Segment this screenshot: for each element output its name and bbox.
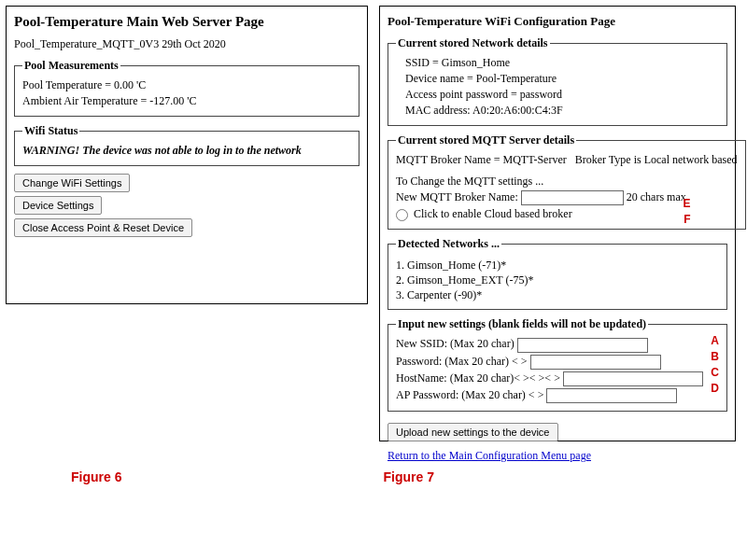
figure-labels-row: Figure 6 Figure 7 bbox=[6, 469, 741, 484]
new-hostname-input[interactable] bbox=[563, 371, 703, 386]
stored-mqtt-group: Current stored MQTT Server details MQTT … bbox=[388, 133, 746, 230]
cloud-broker-label: Click to enable Cloud based broker bbox=[414, 207, 572, 220]
mqtt-broker-line: MQTT Broker Name = MQTT-Server Broker Ty… bbox=[396, 153, 738, 167]
stored-ssid: SSID = Gimson_Home bbox=[405, 56, 719, 70]
stored-device-name: Device name = Pool-Temperature bbox=[405, 72, 719, 86]
new-ap-password-input[interactable] bbox=[546, 388, 677, 403]
input-new-settings-group: Input new settings (blank fields will no… bbox=[388, 317, 727, 412]
annotation-marker-d: D bbox=[711, 382, 719, 395]
new-ap-password-label: AP Password: (Max 20 char) < > bbox=[396, 388, 543, 401]
wifi-config-panel: Pool-Temperature WiFi Configuration Page… bbox=[379, 6, 736, 441]
new-password-label: Password: (Max 20 char) < > bbox=[396, 355, 528, 368]
input-new-settings-legend: Input new settings (blank fields will no… bbox=[396, 317, 648, 331]
stored-mqtt-legend: Current stored MQTT Server details bbox=[396, 133, 576, 147]
annotation-marker-e: E bbox=[684, 197, 691, 210]
page-title-left: Pool-Temperature Main Web Server Page bbox=[14, 14, 359, 30]
annotation-marker-a: A bbox=[711, 334, 719, 347]
mqtt-max-chars-label: 20 chars max bbox=[627, 190, 686, 203]
annotation-marker-c: C bbox=[711, 366, 719, 379]
stored-mac: MAC address: A0:20:A6:00:C4:3F bbox=[405, 104, 719, 118]
firmware-version-line: Pool_Temperature_MQTT_0V3 29th Oct 2020 bbox=[14, 37, 359, 51]
new-mqtt-broker-input[interactable] bbox=[521, 190, 624, 205]
figure-7-label: Figure 7 bbox=[383, 469, 433, 484]
main-server-panel: Pool-Temperature Main Web Server Page Po… bbox=[6, 6, 368, 304]
pool-measurements-legend: Pool Measurements bbox=[22, 59, 120, 73]
new-hostname-label: HostName: (Max 20 char)< >< >< > bbox=[396, 371, 560, 385]
change-wifi-settings-button[interactable]: Change WiFi Settings bbox=[14, 174, 130, 192]
stored-ap-password: Access point password = password bbox=[405, 88, 719, 102]
close-access-point-button[interactable]: Close Access Point & Reset Device bbox=[14, 218, 192, 237]
upload-settings-button[interactable]: Upload new settings to the device bbox=[388, 423, 558, 441]
new-ssid-label: New SSID: (Max 20 char) bbox=[396, 337, 514, 350]
detected-network-item: Gimson_Home (-71)* bbox=[407, 259, 719, 273]
new-password-input[interactable] bbox=[530, 355, 661, 370]
page-title-right: Pool-Temperature WiFi Configuration Page bbox=[388, 14, 727, 29]
figure-6-label: Figure 6 bbox=[71, 469, 121, 484]
wifi-warning-text: WARNING! The device was not able to log … bbox=[22, 144, 351, 158]
annotation-marker-f: F bbox=[684, 213, 690, 226]
stored-network-group: Current stored Network details SSID = Gi… bbox=[388, 36, 727, 126]
detected-network-item: Gimson_Home_EXT (-75)* bbox=[407, 273, 719, 287]
ambient-temperature-value: Ambient Air Temperature = -127.00 'C bbox=[22, 94, 351, 108]
device-settings-button[interactable]: Device Settings bbox=[14, 196, 102, 215]
new-mqtt-broker-label: New MQTT Broker Name: bbox=[396, 190, 518, 203]
pool-measurements-group: Pool Measurements Pool Temperature = 0.0… bbox=[14, 59, 359, 117]
mqtt-change-hint: To Change the MQTT settings ... bbox=[396, 175, 738, 189]
wifi-status-legend: Wifi Status bbox=[22, 124, 79, 138]
return-main-menu-link[interactable]: Return to the Main Configuration Menu pa… bbox=[388, 449, 591, 462]
new-ssid-input[interactable] bbox=[517, 338, 648, 353]
two-column-layout: Pool-Temperature Main Web Server Page Po… bbox=[6, 6, 741, 441]
detected-networks-group: Detected Networks ... Gimson_Home (-71)*… bbox=[388, 237, 727, 310]
detected-networks-legend: Detected Networks ... bbox=[396, 237, 501, 251]
detected-network-item: Carpenter (-90)* bbox=[407, 288, 719, 302]
cloud-broker-radio[interactable] bbox=[396, 209, 408, 221]
stored-network-legend: Current stored Network details bbox=[396, 36, 550, 50]
annotation-marker-b: B bbox=[711, 350, 719, 363]
wifi-status-group: Wifi Status WARNING! The device was not … bbox=[14, 124, 359, 166]
pool-temperature-value: Pool Temperature = 0.00 'C bbox=[22, 78, 351, 92]
